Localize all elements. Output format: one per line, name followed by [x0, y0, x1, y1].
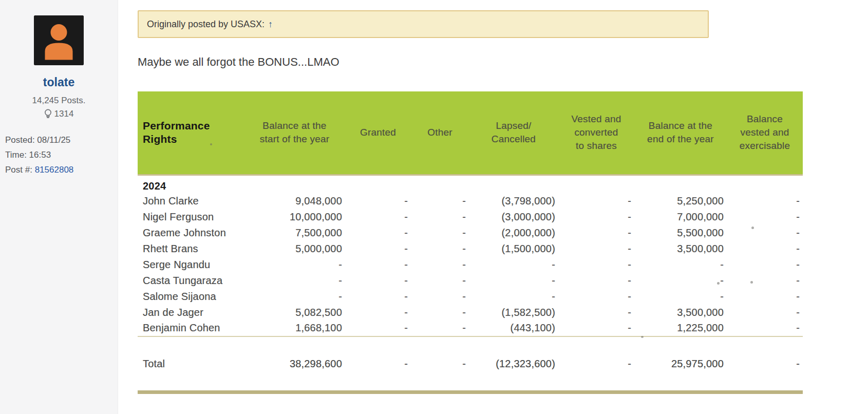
user-avatar[interactable] [34, 15, 84, 65]
cell-value: - [469, 257, 558, 273]
cell-value: - [411, 257, 469, 273]
cell-value: - [345, 257, 411, 273]
cell-value: - [244, 257, 345, 273]
scan-artifact-dot [210, 143, 212, 145]
row-label: Rhett Brans [138, 241, 244, 257]
cell-value: - [411, 193, 469, 209]
lightbulb-icon [44, 109, 52, 119]
table-title: Performance Rights [138, 91, 244, 175]
cell-value: - [558, 225, 634, 241]
row-label: Total [138, 352, 244, 376]
cell-value: - [411, 321, 469, 336]
cell-value: (1,500,000) [469, 241, 558, 257]
cell-value: - [634, 257, 727, 273]
column-header: Balance at the end of the year [634, 91, 727, 175]
quote-jump-arrow-icon[interactable]: ↑ [268, 19, 273, 30]
scan-artifact-dot [717, 282, 720, 285]
cell-value: - [727, 257, 803, 273]
cell-value: 1,668,100 [244, 321, 345, 336]
row-label: Graeme Johnston [138, 225, 244, 241]
cell-value: 10,000,000 [244, 209, 345, 225]
row-label: Jan de Jager [138, 305, 244, 321]
cell-value: - [345, 352, 411, 376]
cell-value: - [727, 305, 803, 321]
post-body-text: Maybe we all forgot the BONUS...LMAO [138, 55, 868, 69]
likes-line: 1314 [0, 109, 118, 119]
cell-value: - [558, 289, 634, 305]
table-header-row: Performance Rights Balance at the start … [138, 91, 803, 175]
post-count: 14,245 Posts. [0, 96, 118, 106]
cell-value: - [244, 289, 345, 305]
post-id-link[interactable]: 81562808 [35, 165, 74, 175]
year-row: 2024 [138, 175, 803, 193]
cell-value: - [558, 305, 634, 321]
cell-value: (1,582,500) [469, 305, 558, 321]
cell-value: 3,500,000 [634, 305, 727, 321]
cell-value: - [411, 273, 469, 289]
table-row: Jan de Jager5,082,500--(1,582,500)-3,500… [138, 305, 803, 321]
cell-value: - [411, 352, 469, 376]
post-id-label: Post #: [5, 165, 32, 175]
cell-value: 1,225,000 [634, 321, 727, 336]
quote-header-text: Originally posted by USASX: [147, 19, 265, 30]
table-row: John Clarke9,048,000--(3,798,000)-5,250,… [138, 193, 803, 209]
cell-value: 38,298,600 [244, 352, 345, 376]
row-label: Nigel Ferguson [138, 209, 244, 225]
cell-value: - [469, 273, 558, 289]
cell-value: - [634, 273, 727, 289]
cell-value: - [727, 321, 803, 336]
cell-value: - [727, 209, 803, 225]
forum-post-page: tolate 14,245 Posts. 1314 Posted: 08/11/… [0, 0, 868, 414]
cell-value: - [727, 352, 803, 376]
cell-value: 5,000,000 [244, 241, 345, 257]
table-row: Graeme Johnston7,500,000--(2,000,000)-5,… [138, 225, 803, 241]
row-label: John Clarke [138, 193, 244, 209]
column-header: Lapsed/ Cancelled [469, 91, 558, 175]
performance-rights-table: Performance Rights Balance at the start … [138, 91, 803, 394]
cell-value: 3,500,000 [634, 241, 727, 257]
cell-value: (3,000,000) [469, 209, 558, 225]
cell-value: - [345, 289, 411, 305]
cell-value: 9,048,000 [244, 193, 345, 209]
scan-artifact-dot [751, 227, 754, 229]
cell-value: (12,323,600) [469, 352, 558, 376]
column-header: Granted [345, 91, 411, 175]
row-label: Salome Sijaona [138, 289, 244, 305]
cell-value: 5,500,000 [634, 225, 727, 241]
scan-artifact-dot [750, 281, 753, 284]
cell-value: - [345, 273, 411, 289]
cell-value: - [727, 289, 803, 305]
table-row: Nigel Ferguson10,000,000--(3,000,000)-7,… [138, 209, 803, 225]
cell-value: 5,250,000 [634, 193, 727, 209]
column-header: Balance at the start of the year [244, 91, 345, 175]
cell-value: - [345, 241, 411, 257]
scan-artifact-dot [641, 336, 644, 338]
cell-value: - [411, 209, 469, 225]
quote-header[interactable]: Originally posted by USASX: ↑ [138, 10, 709, 38]
likes-count: 1314 [54, 109, 74, 119]
cell-value: - [558, 321, 634, 336]
cell-value: - [727, 241, 803, 257]
row-label: Casta Tungaraza [138, 273, 244, 289]
post-id-line: Post #: 81562808 [5, 162, 118, 177]
cell-value: - [244, 273, 345, 289]
cell-value: (443,100) [469, 321, 558, 336]
cell-value: - [727, 225, 803, 241]
cell-value: - [345, 305, 411, 321]
performance-rights-table-image: Performance Rights Balance at the start … [138, 91, 803, 394]
cell-value: - [411, 241, 469, 257]
cell-value: (3,798,000) [469, 193, 558, 209]
cell-value: - [345, 209, 411, 225]
column-header: Balance vested and exercisable [727, 91, 803, 175]
table-row: Casta Tungaraza------- [138, 273, 803, 289]
cell-value: 7,000,000 [634, 209, 727, 225]
table-row: Benjamin Cohen1,668,100--(443,100)-1,225… [138, 321, 803, 336]
username-link[interactable]: tolate [0, 76, 118, 89]
cell-value: - [411, 225, 469, 241]
cell-value: (2,000,000) [469, 225, 558, 241]
cell-value: - [469, 289, 558, 305]
total-row: Total38,298,600--(12,323,600)-25,975,000… [138, 352, 803, 376]
column-header: Vested and converted to shares [558, 91, 634, 175]
cell-value: - [558, 257, 634, 273]
cell-value: - [727, 193, 803, 209]
